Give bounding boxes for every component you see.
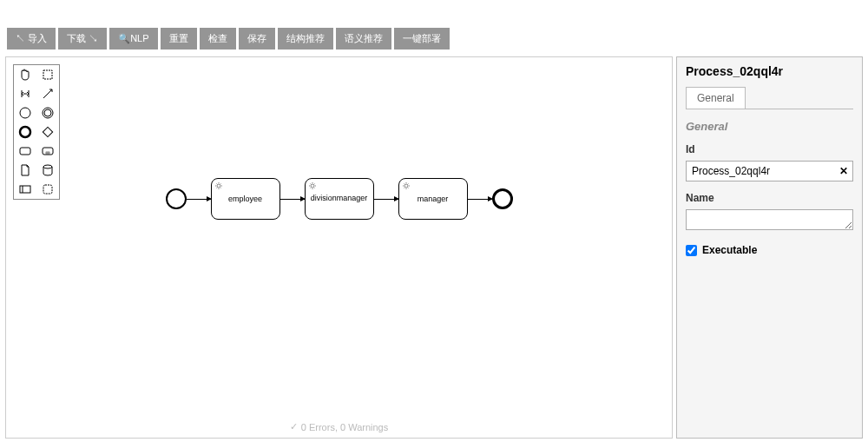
svg-point-1 bbox=[20, 108, 30, 118]
svg-point-9 bbox=[43, 165, 52, 168]
service-task-icon bbox=[402, 181, 411, 192]
section-general: General bbox=[686, 120, 853, 133]
task-employee[interactable]: employee bbox=[211, 178, 280, 220]
deploy-button[interactable]: 一键部署 bbox=[394, 28, 450, 49]
service-task-icon bbox=[308, 181, 317, 192]
canvas[interactable]: employee divisionmanager manager ✓ 0 Err… bbox=[5, 56, 673, 439]
data-store-icon[interactable] bbox=[36, 161, 59, 180]
tab-general[interactable]: General bbox=[686, 87, 746, 109]
connect-tool-icon[interactable] bbox=[36, 84, 59, 103]
svg-point-3 bbox=[44, 109, 51, 116]
hand-tool-icon[interactable] bbox=[14, 65, 36, 84]
end-event[interactable] bbox=[492, 188, 513, 209]
sequence-flow[interactable] bbox=[187, 199, 211, 200]
task-label: divisionmanager bbox=[311, 195, 368, 203]
tool-palette bbox=[13, 64, 60, 200]
check-icon: ✓ bbox=[290, 421, 298, 432]
top-toolbar: ↖ 导入 下载 ↘ 🔍NLP 重置 检查 保存 结构推荐 语义推荐 一键部署 bbox=[0, 24, 868, 53]
svg-rect-10 bbox=[20, 186, 30, 193]
props-title: Process_02qql4r bbox=[686, 64, 853, 78]
svg-point-15 bbox=[404, 184, 408, 188]
end-event-icon[interactable] bbox=[14, 122, 36, 142]
gateway-icon[interactable] bbox=[36, 122, 59, 142]
pool-icon[interactable] bbox=[14, 180, 36, 199]
intermediate-event-icon[interactable] bbox=[36, 103, 59, 122]
task-label: employee bbox=[228, 195, 262, 203]
space-tool-icon[interactable] bbox=[14, 84, 36, 103]
bpmn-diagram: employee divisionmanager manager bbox=[166, 178, 513, 220]
status-bar: ✓ 0 Errors, 0 Warnings bbox=[290, 421, 388, 432]
task-label: manager bbox=[418, 195, 449, 203]
id-input[interactable] bbox=[686, 161, 853, 181]
props-tabs: General bbox=[686, 87, 853, 109]
import-button[interactable]: ↖ 导入 bbox=[7, 28, 56, 49]
service-task-icon bbox=[214, 181, 223, 192]
data-object-icon[interactable] bbox=[14, 161, 36, 180]
download-button[interactable]: 下载 ↘ bbox=[58, 28, 107, 49]
lasso-tool-icon[interactable] bbox=[36, 65, 59, 84]
struct-rec-button[interactable]: 结构推荐 bbox=[278, 28, 333, 49]
task-manager[interactable]: manager bbox=[398, 178, 468, 220]
task-divisionmanager[interactable]: divisionmanager bbox=[305, 178, 374, 220]
executable-checkbox[interactable] bbox=[686, 245, 697, 256]
name-input[interactable] bbox=[686, 209, 853, 230]
executable-row[interactable]: Executable bbox=[686, 244, 853, 256]
label-id: Id bbox=[686, 143, 853, 155]
svg-rect-5 bbox=[43, 127, 52, 136]
svg-point-4 bbox=[20, 127, 30, 137]
svg-rect-6 bbox=[20, 148, 30, 155]
status-text: 0 Errors, 0 Warnings bbox=[301, 422, 388, 432]
label-name: Name bbox=[686, 192, 853, 204]
sequence-flow[interactable] bbox=[280, 199, 305, 200]
reset-button[interactable]: 重置 bbox=[161, 28, 197, 49]
subprocess-icon[interactable] bbox=[36, 142, 59, 161]
group-icon[interactable] bbox=[36, 180, 59, 199]
task-icon[interactable] bbox=[14, 142, 36, 161]
svg-rect-12 bbox=[43, 185, 52, 194]
sequence-flow[interactable] bbox=[374, 199, 398, 200]
svg-point-14 bbox=[311, 184, 314, 188]
main-area: employee divisionmanager manager ✓ 0 Err… bbox=[5, 56, 863, 439]
start-event[interactable] bbox=[166, 188, 187, 209]
semantic-rec-button[interactable]: 语义推荐 bbox=[336, 28, 391, 49]
start-event-icon[interactable] bbox=[14, 103, 36, 122]
executable-label: Executable bbox=[702, 244, 757, 256]
svg-rect-0 bbox=[43, 70, 52, 79]
properties-panel: Process_02qql4r General General Id ✕ Nam… bbox=[676, 56, 863, 439]
nlp-button[interactable]: 🔍NLP bbox=[109, 28, 157, 49]
sequence-flow[interactable] bbox=[468, 199, 492, 200]
svg-point-13 bbox=[217, 184, 220, 188]
save-button[interactable]: 保存 bbox=[239, 28, 275, 49]
clear-id-icon[interactable]: ✕ bbox=[839, 165, 848, 177]
check-button[interactable]: 检查 bbox=[200, 28, 236, 49]
